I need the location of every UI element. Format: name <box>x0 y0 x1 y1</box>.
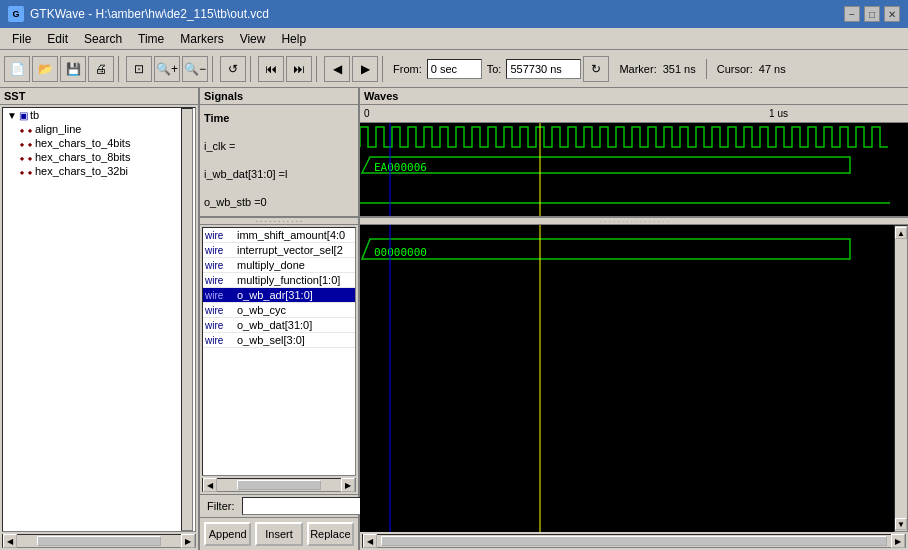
tree-item-hex32[interactable]: ⬥ ⬥ hex_chars_to_32bi <box>3 164 195 178</box>
waves-scroll-right[interactable]: ▶ <box>891 534 905 548</box>
menu-file[interactable]: File <box>4 30 39 48</box>
zoom-in-button[interactable]: 🔍+ <box>154 56 180 82</box>
toolbar-sep-3 <box>250 56 254 82</box>
from-label: From: <box>390 63 425 75</box>
sst-tree-scrollbar-v[interactable] <box>181 108 193 531</box>
open-button[interactable]: 📂 <box>32 56 58 82</box>
signal-type-owcyc: wire <box>205 305 237 316</box>
signals-panel: Signals Time i_clk = i_wb_dat[31:0] =l o… <box>200 88 360 550</box>
wave-scroll-down[interactable]: ▼ <box>895 518 907 530</box>
waves-scrollbar-h[interactable]: ◀ ▶ <box>362 534 906 548</box>
menu-help[interactable]: Help <box>273 30 314 48</box>
maximize-button[interactable]: □ <box>864 6 880 22</box>
waves-header: Waves <box>360 88 908 105</box>
sst-scrollbar-h[interactable]: ◀ ▶ <box>2 534 196 548</box>
tree-item-hex8[interactable]: ⬥ ⬥ hex_chars_to_8bits <box>3 150 195 164</box>
clock-wave <box>360 123 908 151</box>
close-button[interactable]: ✕ <box>884 6 900 22</box>
append-button[interactable]: Append <box>204 522 251 546</box>
signal-iclk-row: i_clk = <box>200 133 358 161</box>
titlebar-controls[interactable]: − □ ✕ <box>844 6 900 22</box>
titlebar-left: G GTKWave - H:\amber\hw\de2_115\tb\out.v… <box>8 6 269 22</box>
stb-wave <box>360 179 908 207</box>
signal-scroll-right[interactable]: ▶ <box>341 478 355 492</box>
toolbar-sep-5 <box>382 56 386 82</box>
signal-row-imm[interactable]: wire imm_shift_amount[4:0 <box>203 228 355 243</box>
nav-prev-button[interactable]: ⏭ <box>286 56 312 82</box>
svg-rect-9 <box>360 265 908 465</box>
signal-type-owsel: wire <box>205 335 237 346</box>
tree-label-hex4: hex_chars_to_4bits <box>35 137 130 149</box>
signal-panel-inner: Time i_clk = i_wb_dat[31:0] =l o_wb_stb … <box>200 105 358 550</box>
signal-name-mfunc: multiply_function[1:0] <box>237 274 340 286</box>
wave-scroll-up[interactable]: ▲ <box>895 227 907 239</box>
waves-canvas-area: 00000000 ▲ ▼ <box>360 225 908 532</box>
sst-header: SST <box>0 88 198 105</box>
signal-scroll-left[interactable]: ◀ <box>203 478 217 492</box>
signal-row-owcyc[interactable]: wire o_wb_cyc <box>203 303 355 318</box>
from-input[interactable] <box>427 59 482 79</box>
signal-scrollbar-h[interactable]: ◀ ▶ <box>202 478 356 492</box>
signal-row-owadr[interactable]: wire o_wb_adr[31:0] <box>203 288 355 303</box>
signal-row-owdat[interactable]: wire o_wb_dat[31:0] <box>203 318 355 333</box>
titlebar-title: GTKWave - H:\amber\hw\de2_115\tb\out.vcd <box>30 7 269 21</box>
waves-outer: 00000000 ▲ ▼ <box>360 225 908 532</box>
signal-row-mfunc[interactable]: wire multiply_function[1:0] <box>203 273 355 288</box>
bus-value-owadr: 00000000 <box>374 246 427 259</box>
signals-header: Signals <box>200 88 358 105</box>
refresh-button[interactable]: ↻ <box>583 56 609 82</box>
replace-button[interactable]: Replace <box>307 522 354 546</box>
tree-label-hex32: hex_chars_to_32bi <box>35 165 128 177</box>
sst-scroll-right[interactable]: ▶ <box>181 534 195 548</box>
signal-divider[interactable]: · · · · · · · · · · · <box>200 217 358 225</box>
signal-row-ivs[interactable]: wire interrupt_vector_sel[2 <box>203 243 355 258</box>
waves-scrollbar-v[interactable]: ▲ ▼ <box>894 225 908 532</box>
signal-type-owdat: wire <box>205 320 237 331</box>
menu-search[interactable]: Search <box>76 30 130 48</box>
undo-button[interactable]: ↺ <box>220 56 246 82</box>
waves-scroll-left[interactable]: ◀ <box>363 534 377 548</box>
cursor-value: 47 ns <box>759 63 786 75</box>
nav-begin-button[interactable]: ⏮ <box>258 56 284 82</box>
signal-scroll-thumb-h[interactable] <box>237 480 321 490</box>
new-button[interactable]: 📄 <box>4 56 30 82</box>
signal-iwbdat-row: i_wb_dat[31:0] =l <box>200 161 358 189</box>
waves-divider[interactable]: · · · · · · · · · · · · · · · · <box>360 217 908 225</box>
menu-markers[interactable]: Markers <box>172 30 231 48</box>
tree-item-align[interactable]: ⬥ ⬥ align_line <box>3 122 195 136</box>
marker-info: Marker: 351 ns Cursor: 47 ns <box>619 59 785 79</box>
sst-scroll-thumb-h[interactable] <box>37 536 161 546</box>
cursor-label: Cursor: <box>717 63 753 75</box>
signal-name-imm: imm_shift_amount[4:0 <box>237 229 345 241</box>
sst-scroll-left[interactable]: ◀ <box>3 534 17 548</box>
insert-button[interactable]: Insert <box>255 522 302 546</box>
sst-panel-inner: ▼ ▣ tb ⬥ ⬥ align_line ⬥ ⬥ hex_chars_to_4… <box>0 105 198 550</box>
sst-panel: SST ▼ ▣ tb ⬥ ⬥ align_line ⬥ ⬥ hex_chars_… <box>0 88 200 550</box>
module-icon-tb: ▣ <box>19 110 28 121</box>
print-button[interactable]: 🖨 <box>88 56 114 82</box>
menu-view[interactable]: View <box>232 30 274 48</box>
tree-item-hex4[interactable]: ⬥ ⬥ hex_chars_to_4bits <box>3 136 195 150</box>
waves-panel: Waves 0 1 us <box>360 88 908 550</box>
signal-row-owsel[interactable]: wire o_wb_sel[3:0] <box>203 333 355 348</box>
nav-left-button[interactable]: ◀ <box>324 56 350 82</box>
minimize-button[interactable]: − <box>844 6 860 22</box>
time-ruler-zero: 0 <box>364 108 370 119</box>
waves-scroll-thumb-h[interactable] <box>381 536 887 546</box>
nav-right-button[interactable]: ▶ <box>352 56 378 82</box>
save-button[interactable]: 💾 <box>60 56 86 82</box>
tree-item-tb[interactable]: ▼ ▣ tb <box>3 108 195 122</box>
instance-icon-hex4: ⬥ <box>19 138 25 149</box>
instance-icon2-align: ⬥ <box>27 124 33 135</box>
marker-value: 351 ns <box>663 63 696 75</box>
to-input[interactable] <box>506 59 581 79</box>
signal-time-row: Time <box>200 105 358 133</box>
signal-owbstb-label: o_wb_stb =0 <box>204 196 267 208</box>
menu-time[interactable]: Time <box>130 30 172 48</box>
signal-row-mdone[interactable]: wire multiply_done <box>203 258 355 273</box>
expand-icon-tb: ▼ <box>7 110 17 121</box>
signal-name-owcyc: o_wb_cyc <box>237 304 286 316</box>
zoom-out-button[interactable]: 🔍− <box>182 56 208 82</box>
zoom-fit-button[interactable]: ⊡ <box>126 56 152 82</box>
menu-edit[interactable]: Edit <box>39 30 76 48</box>
